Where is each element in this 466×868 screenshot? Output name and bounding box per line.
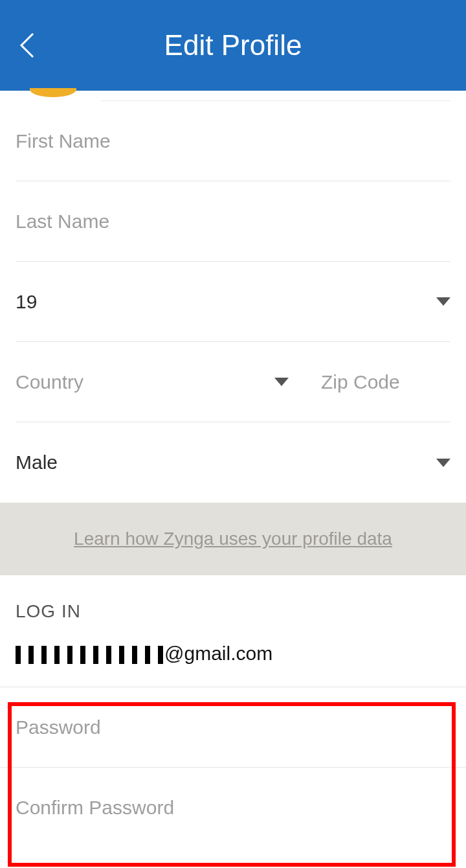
header-bar: Edit Profile bbox=[0, 0, 466, 91]
privacy-info-link[interactable]: Learn how Zynga uses your profile data bbox=[74, 529, 392, 549]
login-section-title: LOG IN bbox=[0, 575, 466, 635]
back-button[interactable] bbox=[13, 31, 41, 60]
zip-code-field[interactable]: Zip Code bbox=[321, 371, 450, 393]
email-redacted-prefix bbox=[16, 646, 164, 664]
chevron-down-icon bbox=[274, 378, 289, 386]
last-name-field[interactable]: Last Name bbox=[16, 181, 450, 262]
avatar-partial bbox=[30, 88, 76, 97]
zip-code-placeholder: Zip Code bbox=[321, 371, 400, 393]
confirm-password-placeholder: Confirm Password bbox=[16, 797, 174, 819]
password-field[interactable]: Password bbox=[0, 687, 466, 768]
gender-value: Male bbox=[16, 451, 58, 474]
chevron-down-icon bbox=[436, 297, 450, 306]
last-name-placeholder: Last Name bbox=[16, 211, 109, 233]
avatar-section-divider bbox=[101, 91, 450, 101]
confirm-password-field[interactable]: Confirm Password bbox=[0, 768, 466, 848]
country-placeholder: Country bbox=[16, 371, 83, 393]
info-bar: Learn how Zynga uses your profile data bbox=[0, 503, 466, 575]
age-value: 19 bbox=[16, 291, 37, 313]
age-dropdown[interactable]: 19 bbox=[16, 262, 450, 342]
email-suffix: @gmail.com bbox=[164, 643, 272, 664]
gender-dropdown[interactable]: Male bbox=[16, 422, 450, 503]
page-title: Edit Profile bbox=[164, 29, 302, 62]
chevron-down-icon bbox=[436, 459, 450, 467]
email-display: @gmail.com bbox=[0, 635, 466, 687]
country-dropdown[interactable]: Country bbox=[16, 371, 302, 393]
password-placeholder: Password bbox=[16, 716, 101, 738]
chevron-left-icon bbox=[17, 31, 37, 60]
first-name-field[interactable]: First Name bbox=[16, 101, 450, 181]
first-name-placeholder: First Name bbox=[16, 130, 111, 152]
